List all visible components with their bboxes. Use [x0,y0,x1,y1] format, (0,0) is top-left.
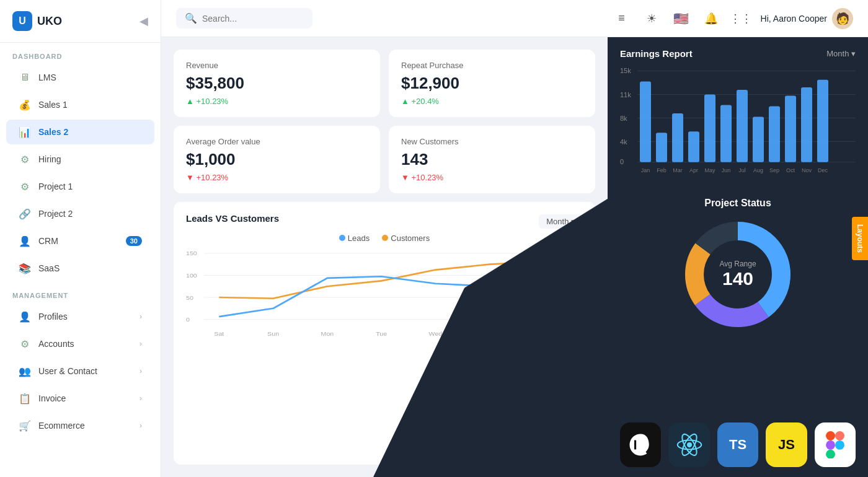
customers-label: New Customers [401,137,583,146]
grid-icon[interactable]: ⋮⋮ [731,9,751,28]
header-icons: ≡ ☀ 🇺🇸 🔔 ⋮⋮ Hi, Aaron Cooper 🧑 [612,8,853,29]
svg-point-62 [835,440,844,450]
notification-icon[interactable]: 🔔 [701,9,721,28]
svg-text:Fri: Fri [540,331,547,338]
sidebar-item-label-saas: SaaS [38,263,60,273]
svg-rect-33 [769,107,780,162]
svg-rect-59 [835,431,844,440]
svg-rect-30 [720,105,732,162]
sidebar-item-accounts[interactable]: ⚙ Accounts › [6,331,154,356]
sidebar-item-sales2[interactable]: 📊 Sales 2 [6,120,154,144]
sidebar-item-invoice[interactable]: 📋 Invoice › [6,386,154,411]
svg-text:Dec: Dec [818,167,828,173]
js-icon-box[interactable]: JS [766,422,807,467]
sidebar: U UKO ◀ DASHBOARD 🖥 LMS 💰 Sales 1 📊 Sale… [0,0,161,477]
svg-text:11k: 11k [620,92,631,99]
stat-card-customers: New Customers 143 ▼ +10.23% [389,126,595,193]
svg-rect-25 [640,82,651,162]
earnings-month-button[interactable]: Month ▾ [826,49,856,58]
project1-icon: ⚙ [19,180,31,193]
repeat-change: ▲ +20.4% [401,97,583,106]
earnings-title: Earnings Report [620,48,693,59]
dark-section: Earnings Report Month ▾ 15k 11k 8k 4k 0 [608,37,868,477]
svg-rect-31 [737,90,748,162]
project-status-section: Project Status [608,191,868,416]
sidebar-item-saas[interactable]: 📚 SaaS [6,256,154,281]
svg-rect-27 [672,113,683,162]
svg-point-54 [686,442,691,447]
sidebar-item-label-profiles: Profiles [38,312,68,322]
avg-range-label: Avg Range [719,260,756,268]
svg-text:15k: 15k [620,68,631,75]
leads-month-button[interactable]: Month ▾ [539,214,583,229]
leads-chart-card: Leads VS Customers Month ▾ Leads Custome… [174,202,595,465]
svg-text:0: 0 [620,158,624,165]
lms-icon: 🖥 [19,71,31,84]
revenue-change: ▲ +10.23% [186,97,368,106]
svg-text:100: 100 [186,272,197,279]
nextjs-icon-box[interactable] [620,422,661,467]
svg-text:Mar: Mar [673,167,683,173]
svg-text:Sep: Sep [769,167,779,173]
revenue-label: Revenue [186,61,368,70]
stat-card-repeat: Repeat Purchase $12,900 ▲ +20.4% [389,50,595,117]
header-user[interactable]: Hi, Aaron Cooper 🧑 [761,8,853,29]
aov-value: $1,000 [186,150,368,169]
dashboard-section-label: DASHBOARD [0,43,161,64]
logo-box: U UKO [12,11,62,31]
content-area: Revenue $35,800 ▲ +10.23% Repeat Purchas… [161,37,868,477]
figma-icon-box[interactable] [815,422,856,467]
svg-text:Wed: Wed [429,331,443,338]
search-input[interactable] [202,14,301,24]
svg-rect-29 [704,95,715,162]
earnings-header: Earnings Report Month ▾ [620,48,856,59]
earnings-chart-svg: 15k 11k 8k 4k 0 [620,65,856,183]
react-icon-box[interactable] [668,422,709,467]
sales2-icon: 📊 [19,126,31,138]
invoice-icon: 📋 [19,392,31,405]
theme-icon[interactable]: ☀ [642,9,662,28]
tech-icons-row: TS JS [608,416,868,477]
customers-legend-item: Customers [382,234,430,243]
crm-icon: 👤 [19,235,31,247]
sidebar-item-label-accounts: Accounts [38,339,74,349]
svg-text:Jul: Jul [738,167,746,173]
collapse-sidebar-button[interactable]: ◀ [140,14,148,28]
sidebar-item-hiring[interactable]: ⚙ Hiring [6,147,154,172]
menu-icon[interactable]: ≡ [612,9,632,28]
svg-text:150: 150 [186,250,197,257]
sidebar-item-ecommerce[interactable]: 🛒 Ecommerce › [6,413,154,438]
invoice-chevron-icon: › [140,394,142,403]
svg-rect-28 [688,131,699,162]
svg-text:Oct: Oct [786,167,795,173]
sidebar-item-label-invoice: Invoice [38,393,66,403]
svg-rect-34 [785,95,796,162]
sidebar-item-profiles[interactable]: 👤 Profiles › [6,304,154,329]
avg-range-value: 140 [719,268,756,289]
sidebar-item-project1[interactable]: ⚙ Project 1 [6,174,154,199]
sidebar-item-project2[interactable]: 🔗 Project 2 [6,201,154,226]
user-greeting: Hi, Aaron Cooper [761,14,827,24]
sidebar-item-user-contact[interactable]: 👥 User & Contact › [6,359,154,383]
layouts-tab[interactable]: Layouts [852,217,868,260]
svg-rect-32 [753,117,764,162]
svg-text:Jun: Jun [722,167,731,173]
light-section: Revenue $35,800 ▲ +10.23% Repeat Purchas… [161,37,608,477]
accounts-chevron-icon: › [140,339,142,348]
profiles-icon: 👤 [19,310,31,323]
svg-text:4k: 4k [620,139,627,146]
sidebar-item-crm[interactable]: 👤 CRM 30 [6,229,154,253]
sidebar-item-label-sales2: Sales 2 [38,127,68,137]
language-icon[interactable]: 🇺🇸 [671,9,691,28]
logo-icon: U [12,11,32,31]
svg-text:Tue: Tue [376,331,387,338]
ecommerce-icon: 🛒 [19,419,31,432]
sidebar-item-label-project2: Project 2 [38,209,73,219]
svg-text:50: 50 [186,294,193,301]
earnings-section: Earnings Report Month ▾ 15k 11k 8k 4k 0 [608,37,868,191]
stat-card-revenue: Revenue $35,800 ▲ +10.23% [174,50,380,117]
sales1-icon: 💰 [19,98,31,111]
sidebar-item-lms[interactable]: 🖥 LMS [6,65,154,90]
ts-icon-box[interactable]: TS [717,422,758,467]
sidebar-item-sales1[interactable]: 💰 Sales 1 [6,92,154,117]
